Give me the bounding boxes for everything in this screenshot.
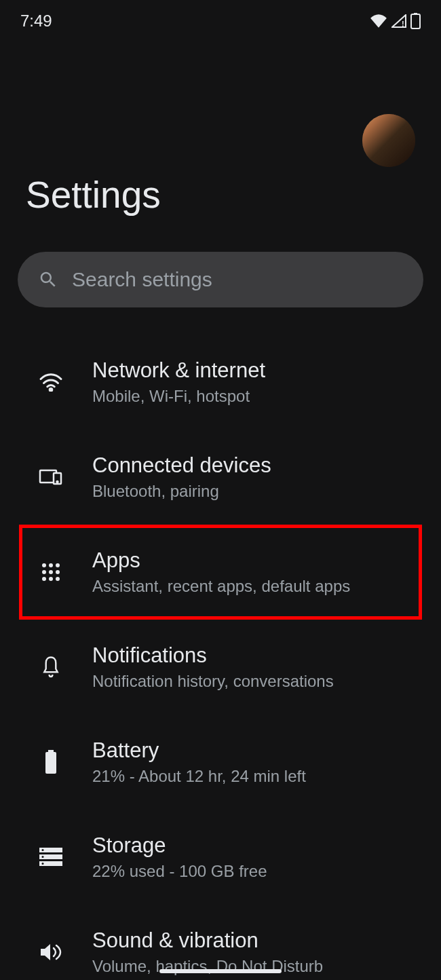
battery-status-icon — [410, 13, 421, 29]
wifi-icon — [38, 369, 64, 395]
settings-item-network[interactable]: Network & internet Mobile, Wi-Fi, hotspo… — [0, 335, 441, 430]
apps-icon — [38, 559, 64, 585]
svg-point-15 — [56, 577, 60, 581]
svg-point-12 — [56, 570, 60, 574]
item-text: Storage 22% used - 100 GB free — [92, 833, 267, 881]
svg-text:!: ! — [402, 20, 404, 28]
item-text: Notifications Notification history, conv… — [92, 643, 334, 691]
svg-point-11 — [49, 570, 53, 574]
settings-list: Network & internet Mobile, Wi-Fi, hotspo… — [0, 335, 441, 980]
item-text: Apps Assistant, recent apps, default app… — [92, 548, 350, 596]
item-text: Network & internet Mobile, Wi-Fi, hotspo… — [92, 358, 265, 406]
battery-icon — [38, 749, 64, 775]
svg-point-22 — [42, 856, 44, 858]
storage-icon — [38, 844, 64, 870]
status-icons: ! — [370, 13, 421, 29]
item-title: Sound & vibration — [92, 928, 323, 953]
item-subtitle: Bluetooth, pairing — [92, 482, 271, 501]
item-subtitle: 21% - About 12 hr, 24 min left — [92, 767, 306, 786]
svg-point-9 — [56, 563, 60, 567]
settings-item-connected-devices[interactable]: Connected devices Bluetooth, pairing — [0, 430, 441, 525]
item-title: Storage — [92, 833, 267, 858]
svg-point-14 — [49, 577, 53, 581]
settings-item-apps[interactable]: Apps Assistant, recent apps, default app… — [19, 525, 422, 620]
item-title: Battery — [92, 738, 306, 763]
item-title: Notifications — [92, 643, 334, 668]
item-text: Battery 21% - About 12 hr, 24 min left — [92, 738, 306, 786]
settings-item-notifications[interactable]: Notifications Notification history, conv… — [0, 620, 441, 715]
svg-point-8 — [49, 563, 53, 567]
devices-icon — [38, 464, 64, 490]
svg-point-23 — [42, 863, 44, 865]
bell-icon — [38, 654, 64, 680]
svg-point-7 — [42, 563, 46, 567]
item-title: Network & internet — [92, 358, 265, 383]
page-title: Settings — [0, 173, 441, 216]
navigation-handle[interactable] — [159, 969, 282, 973]
status-bar: 7:49 ! — [0, 0, 441, 34]
signal-status-icon: ! — [391, 14, 406, 28]
settings-item-battery[interactable]: Battery 21% - About 12 hr, 24 min left — [0, 715, 441, 810]
item-text: Connected devices Bluetooth, pairing — [92, 453, 271, 501]
search-placeholder: Search settings — [72, 268, 212, 291]
svg-rect-16 — [48, 750, 54, 752]
search-icon — [38, 269, 58, 290]
svg-rect-2 — [411, 14, 420, 29]
item-title: Apps — [92, 548, 350, 573]
svg-point-10 — [42, 570, 46, 574]
item-title: Connected devices — [92, 453, 271, 478]
svg-point-3 — [50, 388, 52, 391]
item-subtitle: 22% used - 100 GB free — [92, 862, 267, 881]
item-subtitle: Assistant, recent apps, default apps — [92, 577, 350, 596]
status-time: 7:49 — [20, 12, 52, 31]
svg-point-6 — [57, 481, 58, 483]
sound-icon — [38, 939, 64, 965]
item-subtitle: Mobile, Wi-Fi, hotspot — [92, 387, 265, 406]
svg-point-21 — [42, 849, 44, 851]
svg-rect-17 — [45, 752, 56, 774]
search-bar[interactable]: Search settings — [18, 252, 423, 307]
settings-item-storage[interactable]: Storage 22% used - 100 GB free — [0, 810, 441, 905]
wifi-status-icon — [370, 14, 387, 28]
profile-avatar[interactable] — [362, 114, 415, 167]
item-subtitle: Notification history, conversations — [92, 672, 334, 691]
svg-point-13 — [42, 577, 46, 581]
